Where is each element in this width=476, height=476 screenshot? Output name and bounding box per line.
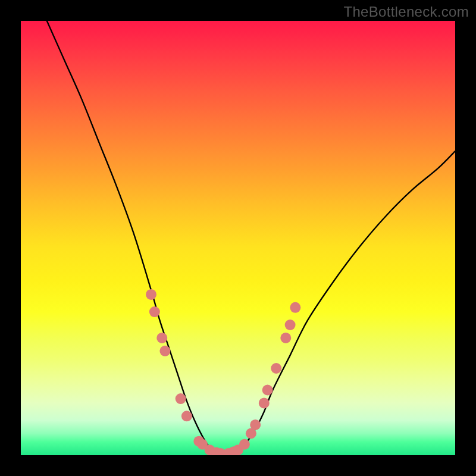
chart-marker-dot xyxy=(259,397,270,408)
chart-marker-dot xyxy=(239,439,250,450)
chart-marker-dot xyxy=(146,289,156,300)
chart-series-right-curve xyxy=(229,151,455,455)
chart-plot-area xyxy=(21,21,455,455)
chart-marker-dot xyxy=(176,393,186,404)
chart-marker-dot xyxy=(271,363,281,374)
chart-marker-dot xyxy=(181,411,192,421)
chart-curves xyxy=(47,21,455,455)
chart-marker-dot xyxy=(156,333,167,343)
chart-series-left-curve xyxy=(47,21,217,455)
chart-markers xyxy=(146,289,300,455)
chart-marker-dot xyxy=(280,333,291,343)
chart-marker-dot xyxy=(262,385,273,396)
chart-marker-dot xyxy=(250,419,261,430)
chart-marker-dot xyxy=(149,306,160,317)
chart-svg-layer xyxy=(21,21,455,455)
chart-marker-dot xyxy=(290,302,300,313)
watermark-text: TheBottleneck.com xyxy=(343,4,469,20)
chart-marker-dot xyxy=(285,320,296,330)
chart-marker-dot xyxy=(159,346,170,356)
